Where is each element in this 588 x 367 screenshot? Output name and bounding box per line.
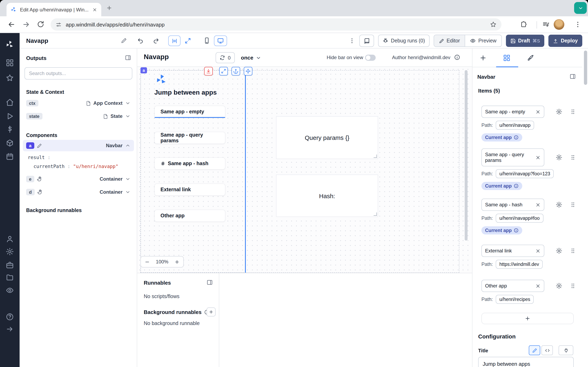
selected-component-outline[interactable] [140,70,246,273]
sidebar-item-users[interactable] [6,235,14,243]
result-json-line[interactable]: result : [28,155,51,160]
chevron-up-icon[interactable] [125,143,131,149]
docs-button[interactable] [360,35,374,47]
sidebar-item-settings[interactable] [6,248,14,256]
address-bar[interactable]: app.windmill.dev/apps/edit/u/henri/navap… [51,18,502,31]
path-value[interactable]: https://windmill.dev [496,260,543,269]
chevron-down-icon[interactable] [125,100,131,106]
sidebar-item-apps[interactable] [6,59,14,67]
nav-item-same-app-hash[interactable]: Same app - hash [154,157,225,170]
currentpath-json-line[interactable]: currentPath : "u/henri/navapp" [34,164,118,169]
sidebar-item-workers[interactable] [6,261,14,269]
zoom-in-icon[interactable] [174,259,180,264]
forward-button[interactable] [22,20,30,29]
redo-icon[interactable] [153,38,159,44]
draft-button[interactable]: Draft ⌘S [506,35,545,47]
windmill-logo[interactable] [5,40,14,49]
media-queue-icon[interactable] [542,21,550,28]
mobile-view-icon[interactable] [203,37,210,44]
sidebar-collapse-icon[interactable] [6,325,14,333]
undo-icon[interactable] [137,38,144,44]
sidebar-item-runs[interactable] [6,112,14,120]
rename-app-icon[interactable] [121,38,127,44]
item-label-input[interactable]: Same app - query params [481,149,544,166]
zoom-out-icon[interactable] [145,259,150,264]
reload-button[interactable] [37,20,44,28]
static-value-mode-button[interactable] [529,345,540,355]
preview-tab[interactable]: Preview [465,35,502,47]
run-mode-dropdown[interactable]: once [241,52,261,63]
nav-item-other-app[interactable]: Other app [154,210,225,222]
title-field-input[interactable] [478,357,574,367]
move-component-handle[interactable] [244,67,252,75]
app-canvas[interactable]: a Jump between apps Same app - empty Sam… [137,67,472,273]
remove-item-icon[interactable] [535,155,541,160]
back-button[interactable] [7,20,16,29]
anchor-component-handle[interactable] [232,67,240,75]
path-value[interactable]: u/henri/navapp?foo=123 [496,169,554,178]
component-row-container-d[interactable]: d Container [23,186,134,198]
sidebar-item-variables[interactable] [6,125,14,133]
item-settings-icon[interactable] [556,108,562,115]
sidebar-item-resources[interactable] [6,139,14,147]
item-label-input[interactable]: External link [481,245,544,257]
component-row-container-e[interactable]: e Container [23,173,134,185]
path-value[interactable]: u/henri/recipes [496,295,534,304]
editor-tab[interactable]: Editor [434,35,465,47]
fullscreen-icon[interactable] [185,38,191,44]
bookmark-star-icon[interactable] [490,21,497,28]
header-menu-icon[interactable] [349,38,355,44]
extensions-icon[interactable] [520,21,527,28]
browser-tab[interactable]: Edit App u/henri/navapp | Win... [7,3,101,16]
add-navbar-item-button[interactable] [481,313,574,324]
remove-item-icon[interactable] [535,109,541,114]
nav-item-same-app-query-params[interactable]: Same app - query params [154,132,225,144]
item-label-input[interactable]: Same app - hash [481,199,544,211]
hide-bar-toggle[interactable] [365,55,376,61]
path-value[interactable]: u/henri/navapp#foo [496,214,543,223]
deploy-button[interactable]: Deploy [549,35,582,47]
remove-item-icon[interactable] [535,202,541,207]
fullscreen-component-handle[interactable] [219,67,228,75]
path-value[interactable]: u/henri/navapp [496,121,534,130]
canvas-scrollbar[interactable] [465,70,467,241]
desktop-view-toggle[interactable] [214,35,227,46]
sidebar-item-folders[interactable] [6,273,14,281]
collapse-panel-icon[interactable] [125,55,131,61]
item-settings-icon[interactable] [556,248,562,254]
chevron-down-icon[interactable] [125,189,131,195]
profile-avatar[interactable] [554,19,564,30]
item-settings-icon[interactable] [556,154,562,161]
refresh-icon[interactable] [220,55,225,60]
item-label-input[interactable]: Same app - empty [481,106,544,118]
current-app-badge[interactable]: Current app [481,182,522,190]
edit-id-icon[interactable] [37,143,42,148]
new-tab-button[interactable] [106,5,112,11]
styling-tab[interactable] [527,54,534,62]
page-scrollbar[interactable] [584,50,587,85]
browser-extension-badge[interactable] [574,2,587,14]
connect-mode-button[interactable] [559,345,573,355]
chevron-down-icon[interactable] [125,176,131,182]
hash-panel[interactable]: Hash: [276,175,378,217]
site-settings-icon[interactable] [56,21,62,27]
query-params-panel[interactable]: Query params {} [276,116,378,159]
nav-item-external-link[interactable]: External link [154,184,225,196]
drag-handle-icon[interactable] [570,248,576,254]
sidebar-item-schedules[interactable] [6,152,14,161]
author-info-icon[interactable] [454,54,460,60]
drag-handle-icon[interactable] [570,201,576,208]
collapse-panel-icon[interactable] [570,73,576,80]
centered-layout-toggle[interactable] [168,35,181,46]
item-settings-icon[interactable] [556,283,562,289]
ctx-row[interactable]: ctx App Context [23,98,134,109]
tab-close-icon[interactable] [92,7,97,12]
debug-runs-button[interactable]: Debug runs (0) [378,35,430,47]
sidebar-item-audit[interactable] [6,286,14,294]
expression-mode-button[interactable] [541,345,553,355]
current-app-badge[interactable]: Current app [481,226,522,234]
sidebar-item-home[interactable] [6,98,14,106]
browser-menu-icon[interactable] [574,21,581,28]
sidebar-item-favorites[interactable] [6,74,14,82]
refresh-control[interactable]: 0 [216,52,234,63]
